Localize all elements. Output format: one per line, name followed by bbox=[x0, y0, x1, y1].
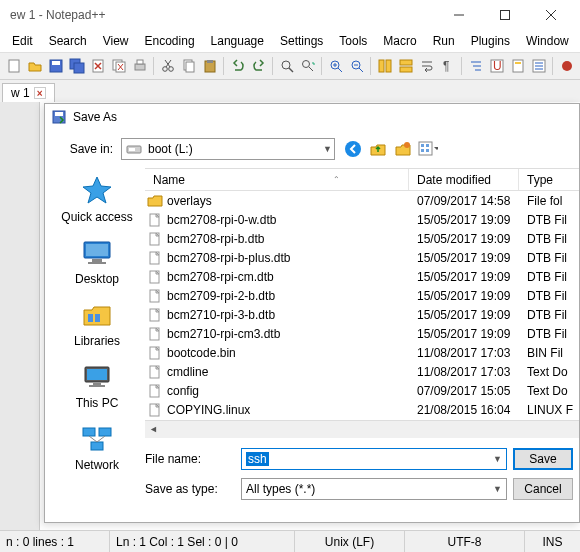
file-list-rows[interactable]: overlays07/09/2017 14:58File folbcm2708-… bbox=[145, 191, 579, 420]
save-in-combo[interactable]: boot (L:) ▼ bbox=[121, 138, 335, 160]
place-label: Quick access bbox=[61, 210, 132, 224]
scroll-left-icon[interactable]: ◄ bbox=[145, 421, 162, 438]
file-row[interactable]: bcm2710-rpi-3-b.dtb15/05/2017 19:09DTB F… bbox=[145, 305, 579, 324]
place-network[interactable]: Network bbox=[55, 422, 139, 472]
status-length: n : 0 lines : 1 bbox=[0, 531, 110, 552]
file-row[interactable]: cmdline11/08/2017 17:03Text Do bbox=[145, 362, 579, 381]
svg-rect-1 bbox=[501, 11, 510, 20]
chevron-down-icon[interactable]: ▼ bbox=[493, 484, 502, 494]
maximize-button[interactable] bbox=[482, 1, 528, 29]
file-type: Text Do bbox=[519, 384, 579, 398]
cut-icon[interactable] bbox=[158, 56, 177, 76]
column-name[interactable]: Name⌃ bbox=[145, 169, 409, 190]
show-all-chars-icon[interactable]: ¶ bbox=[438, 56, 457, 76]
new-file-icon[interactable] bbox=[4, 56, 23, 76]
svg-rect-65 bbox=[86, 244, 108, 256]
svg-rect-74 bbox=[83, 428, 95, 436]
place-quick-access[interactable]: Quick access bbox=[55, 174, 139, 224]
sync-v-icon[interactable] bbox=[375, 56, 394, 76]
wrap-icon[interactable] bbox=[417, 56, 436, 76]
file-date: 15/05/2017 19:09 bbox=[409, 289, 519, 303]
chevron-down-icon[interactable]: ▼ bbox=[493, 454, 502, 464]
column-type[interactable]: Type bbox=[519, 169, 579, 190]
file-row[interactable]: config07/09/2017 15:05Text Do bbox=[145, 381, 579, 400]
file-name: bcm2708-rpi-0-w.dtb bbox=[165, 213, 409, 227]
sync-h-icon[interactable] bbox=[396, 56, 415, 76]
svg-rect-68 bbox=[88, 314, 93, 322]
file-row[interactable]: bcm2708-rpi-b.dtb15/05/2017 19:09DTB Fil bbox=[145, 229, 579, 248]
filename-input[interactable]: ssh ▼ bbox=[241, 448, 507, 470]
file-date: 15/05/2017 19:09 bbox=[409, 270, 519, 284]
udl-icon[interactable]: U bbox=[487, 56, 506, 76]
svg-rect-66 bbox=[92, 259, 102, 262]
menu-tools[interactable]: Tools bbox=[331, 31, 375, 51]
replace-icon[interactable] bbox=[298, 56, 317, 76]
savetype-value: All types (*.*) bbox=[246, 482, 315, 496]
menu-macro[interactable]: Macro bbox=[375, 31, 424, 51]
save-icon[interactable] bbox=[46, 56, 65, 76]
menu-run[interactable]: Run bbox=[425, 31, 463, 51]
scroll-track[interactable] bbox=[162, 421, 579, 438]
menu-language[interactable]: Language bbox=[203, 31, 272, 51]
redo-icon[interactable] bbox=[249, 56, 268, 76]
close-file-icon[interactable] bbox=[88, 56, 107, 76]
menu-edit[interactable]: Edit bbox=[4, 31, 41, 51]
file-row[interactable]: bcm2708-rpi-cm.dtb15/05/2017 19:09DTB Fi… bbox=[145, 267, 579, 286]
menu-window[interactable]: Window bbox=[518, 31, 577, 51]
back-icon[interactable] bbox=[343, 139, 363, 159]
svg-point-28 bbox=[302, 61, 309, 68]
copy-icon[interactable] bbox=[179, 56, 198, 76]
places-bar: Quick access Desktop Libraries This PC N… bbox=[55, 174, 139, 472]
minimize-button[interactable] bbox=[436, 1, 482, 29]
doc-map-icon[interactable] bbox=[508, 56, 527, 76]
column-date[interactable]: Date modified bbox=[409, 169, 519, 190]
file-row[interactable]: bcm2710-rpi-cm3.dtb15/05/2017 19:09DTB F… bbox=[145, 324, 579, 343]
zoom-in-icon[interactable] bbox=[326, 56, 345, 76]
close-all-icon[interactable] bbox=[109, 56, 128, 76]
drive-icon bbox=[126, 143, 142, 155]
dialog-title: Save As bbox=[73, 110, 117, 124]
paste-icon[interactable] bbox=[200, 56, 219, 76]
file-row[interactable]: bootcode.bin11/08/2017 17:03BIN Fil bbox=[145, 343, 579, 362]
file-row[interactable]: bcm2708-rpi-b-plus.dtb15/05/2017 19:09DT… bbox=[145, 248, 579, 267]
zoom-out-icon[interactable] bbox=[347, 56, 366, 76]
menu-settings[interactable]: Settings bbox=[272, 31, 331, 51]
save-all-icon[interactable] bbox=[67, 56, 86, 76]
savetype-combo[interactable]: All types (*.*) ▼ bbox=[241, 478, 507, 500]
file-name: bcm2709-rpi-2-b.dtb bbox=[165, 289, 409, 303]
file-date: 15/05/2017 19:09 bbox=[409, 327, 519, 341]
save-button[interactable]: Save bbox=[513, 448, 573, 470]
menu-plugins[interactable]: Plugins bbox=[463, 31, 518, 51]
place-desktop[interactable]: Desktop bbox=[55, 236, 139, 286]
menu-view[interactable]: View bbox=[95, 31, 137, 51]
new-folder-icon[interactable] bbox=[393, 139, 413, 159]
tab-strip: w 1 × bbox=[0, 80, 580, 102]
menu-encoding[interactable]: Encoding bbox=[137, 31, 203, 51]
svg-rect-37 bbox=[386, 60, 391, 72]
horizontal-scrollbar[interactable]: ◄ bbox=[145, 420, 579, 437]
place-this-pc[interactable]: This PC bbox=[55, 360, 139, 410]
svg-rect-61 bbox=[426, 144, 429, 147]
file-row[interactable]: bcm2709-rpi-2-b.dtb15/05/2017 19:09DTB F… bbox=[145, 286, 579, 305]
file-date: 21/08/2015 16:04 bbox=[409, 403, 519, 417]
file-row[interactable]: overlays07/09/2017 14:58File fol bbox=[145, 191, 579, 210]
find-icon[interactable] bbox=[277, 56, 296, 76]
separator bbox=[552, 57, 553, 75]
view-menu-icon[interactable] bbox=[418, 139, 438, 159]
tab-close-icon[interactable]: × bbox=[34, 87, 46, 99]
print-icon[interactable] bbox=[130, 56, 149, 76]
menu-search[interactable]: Search bbox=[41, 31, 95, 51]
file-row[interactable]: bcm2708-rpi-0-w.dtb15/05/2017 19:09DTB F… bbox=[145, 210, 579, 229]
place-libraries[interactable]: Libraries bbox=[55, 298, 139, 348]
function-list-icon[interactable] bbox=[529, 56, 548, 76]
document-tab[interactable]: w 1 × bbox=[2, 83, 55, 102]
close-button[interactable] bbox=[528, 1, 574, 29]
up-one-level-icon[interactable] bbox=[368, 139, 388, 159]
svg-point-26 bbox=[282, 61, 290, 69]
record-macro-icon[interactable] bbox=[557, 56, 576, 76]
undo-icon[interactable] bbox=[228, 56, 247, 76]
indent-guide-icon[interactable] bbox=[466, 56, 485, 76]
file-row[interactable]: COPYING.linux21/08/2015 16:04LINUX F bbox=[145, 400, 579, 419]
cancel-button[interactable]: Cancel bbox=[513, 478, 573, 500]
open-icon[interactable] bbox=[25, 56, 44, 76]
